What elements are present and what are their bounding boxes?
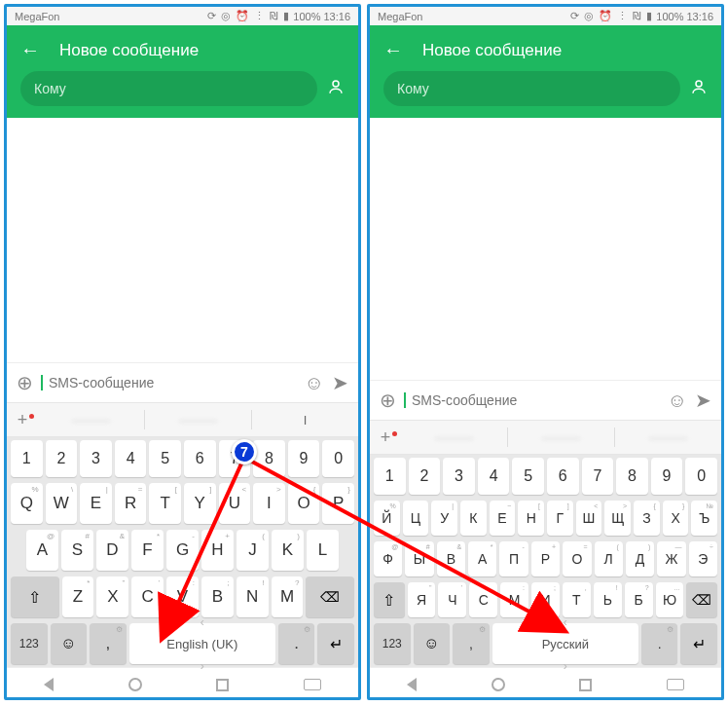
letter-key-ь[interactable]: !Ь <box>594 582 622 617</box>
space-key[interactable]: ‹ Русский › <box>492 623 638 664</box>
letter-key-v[interactable]: :V <box>166 576 199 617</box>
letter-key-ш[interactable]: <Ш <box>576 501 602 536</box>
space-key[interactable]: ‹ English (UK) › <box>129 623 275 664</box>
letter-key-и[interactable]: ;И <box>531 582 560 617</box>
emoji-key[interactable]: ☺ <box>414 623 451 664</box>
letter-key-ф[interactable]: @Ф <box>374 541 402 576</box>
recipient-input[interactable] <box>20 71 317 106</box>
letter-key-q[interactable]: %Q <box>11 483 43 524</box>
letter-key-c[interactable]: 'C <box>131 576 164 617</box>
nav-home-icon[interactable] <box>128 678 142 691</box>
number-key-0[interactable]: 0 <box>685 458 717 495</box>
letter-key-д[interactable]: )Д <box>626 541 654 576</box>
attach-icon[interactable]: ⊕ <box>380 389 396 412</box>
letter-key-з[interactable]: {З <box>634 501 660 536</box>
suggestion-item[interactable]: ——— <box>38 413 144 427</box>
letter-key-k[interactable]: )K <box>272 530 304 571</box>
letter-key-t[interactable]: [T <box>149 483 181 524</box>
letter-key-м[interactable]: :М <box>500 582 528 617</box>
letter-key-m[interactable]: ?M <box>272 576 304 617</box>
letter-key-б[interactable]: ?Б <box>625 582 653 617</box>
letter-key-b[interactable]: ;B <box>201 576 234 617</box>
backspace-key[interactable]: ⌫ <box>686 582 717 617</box>
suggestion-expand[interactable]: + <box>370 427 401 448</box>
letter-key-f[interactable]: *F <box>131 530 164 571</box>
period-key[interactable]: .⚙ <box>641 623 678 664</box>
letter-key-w[interactable]: \W <box>46 483 78 524</box>
number-key-1[interactable]: 1 <box>374 458 406 495</box>
number-key-2[interactable]: 2 <box>46 440 78 477</box>
number-key-6[interactable]: 6 <box>547 458 579 495</box>
emoji-icon[interactable]: ☺ <box>668 390 687 412</box>
letter-key-e[interactable]: |E <box>80 483 112 524</box>
number-key-9[interactable]: 9 <box>651 458 683 495</box>
period-key[interactable]: .⚙ <box>278 623 315 664</box>
letter-key-у[interactable]: |У <box>431 501 457 536</box>
shift-key[interactable]: ⇧ <box>11 576 59 617</box>
backspace-key[interactable]: ⌫ <box>306 576 354 617</box>
letter-key-u[interactable]: <U <box>219 483 251 524</box>
number-key-8[interactable]: 8 <box>616 458 648 495</box>
letter-key-i[interactable]: >I <box>253 483 285 524</box>
number-key-7[interactable]: 7 <box>582 458 614 495</box>
nav-keyboard-icon[interactable] <box>304 679 321 690</box>
letter-key-l[interactable]: L <box>307 530 339 571</box>
letter-key-ы[interactable]: #Ы <box>405 541 433 576</box>
shift-key[interactable]: ⇧ <box>374 582 405 617</box>
number-key-5[interactable]: 5 <box>512 458 544 495</box>
contact-icon[interactable] <box>690 78 708 100</box>
letter-key-d[interactable]: &D <box>96 530 128 571</box>
letter-key-ц[interactable]: Ц <box>403 501 429 536</box>
nav-recent-icon[interactable] <box>579 679 592 691</box>
number-key-6[interactable]: 6 <box>184 440 216 477</box>
compose-input[interactable] <box>404 392 660 408</box>
nav-recent-icon[interactable] <box>216 679 229 691</box>
letter-key-z[interactable]: *Z <box>62 576 94 617</box>
letter-key-п[interactable]: -П <box>499 541 528 576</box>
number-key-2[interactable]: 2 <box>409 458 441 495</box>
letter-key-в[interactable]: &В <box>437 541 465 576</box>
letter-key-n[interactable]: !N <box>237 576 269 617</box>
numeric-key[interactable]: 123 <box>11 623 48 664</box>
number-key-9[interactable]: 9 <box>288 440 320 477</box>
letter-key-я[interactable]: "Я <box>408 582 436 617</box>
number-key-4[interactable]: 4 <box>478 458 510 495</box>
number-key-8[interactable]: 8 <box>253 440 285 477</box>
letter-key-ч[interactable]: 'Ч <box>438 582 466 617</box>
suggestion-expand[interactable]: + <box>7 410 38 430</box>
back-arrow-icon[interactable]: ← <box>20 39 40 61</box>
letter-key-э[interactable]: ÷Э <box>689 541 717 576</box>
letter-key-й[interactable]: %Й <box>374 501 400 536</box>
letter-key-a[interactable]: @A <box>26 530 58 571</box>
send-icon[interactable]: ➤ <box>695 389 711 412</box>
compose-input[interactable] <box>41 375 297 390</box>
number-key-3[interactable]: 3 <box>443 458 475 495</box>
emoji-key[interactable]: ☺ <box>51 623 88 664</box>
letter-key-л[interactable]: (Л <box>595 541 623 576</box>
letter-key-g[interactable]: -G <box>166 530 199 571</box>
letter-key-o[interactable]: {O <box>288 483 320 524</box>
numeric-key[interactable]: 123 <box>374 623 411 664</box>
letter-key-р[interactable]: +Р <box>531 541 560 576</box>
emoji-icon[interactable]: ☺ <box>305 372 324 394</box>
nav-keyboard-icon[interactable] <box>667 679 684 690</box>
letter-key-r[interactable]: =R <box>115 483 147 524</box>
letter-key-ж[interactable]: —Ж <box>657 541 685 576</box>
number-key-5[interactable]: 5 <box>149 440 181 477</box>
nav-back-icon[interactable] <box>44 678 54 691</box>
letter-key-х[interactable]: }Х <box>663 501 689 536</box>
suggestion-item[interactable]: ——— <box>615 430 721 445</box>
number-key-3[interactable]: 3 <box>80 440 112 477</box>
number-key-0[interactable]: 0 <box>322 440 354 477</box>
enter-key[interactable]: ↵ <box>317 623 354 664</box>
suggestion-item[interactable]: ——— <box>508 430 614 445</box>
attach-icon[interactable]: ⊕ <box>17 371 33 394</box>
letter-key-h[interactable]: +H <box>201 530 234 571</box>
suggestion-item[interactable]: ——— <box>401 430 507 445</box>
letter-key-s[interactable]: #S <box>61 530 93 571</box>
letter-key-ю[interactable]: ...Ю <box>656 582 684 617</box>
letter-key-к[interactable]: К <box>460 501 487 536</box>
contact-icon[interactable] <box>327 78 345 100</box>
comma-key[interactable]: ,⚙ <box>453 623 490 664</box>
nav-back-icon[interactable] <box>407 678 417 691</box>
